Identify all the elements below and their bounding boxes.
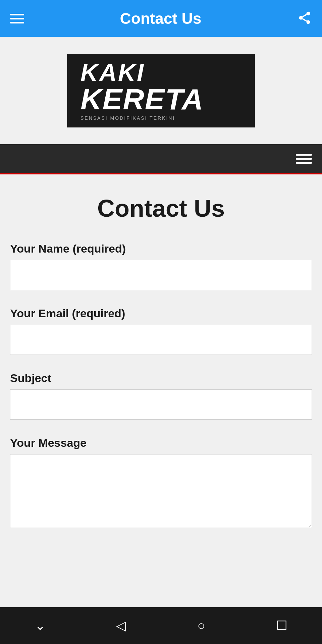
- form-group-email: Your Email (required): [10, 307, 312, 355]
- page-heading: Contact Us: [10, 195, 312, 222]
- app-bar: Contact Us: [0, 0, 322, 37]
- menu-icon[interactable]: [10, 14, 24, 23]
- logo-kaki: KAKI: [80, 60, 145, 85]
- label-subject: Subject: [10, 372, 312, 385]
- svg-point-0: [307, 12, 310, 15]
- logo-kereta: KERETA: [80, 85, 204, 114]
- form-group-message: Your Message: [10, 436, 312, 529]
- share-icon[interactable]: [297, 10, 312, 26]
- nav-bar: [0, 144, 322, 174]
- svg-line-4: [303, 14, 307, 17]
- main-content: Contact Us Your Name (required) Your Ema…: [0, 174, 322, 607]
- bottom-nav-bar: ⌄ ◁ ○ ☐: [0, 607, 322, 644]
- input-message[interactable]: [10, 454, 312, 528]
- svg-line-3: [303, 19, 307, 21]
- logo-tagline: SENSASI MODIFIKASI TERKINI: [80, 115, 175, 121]
- logo-box: KAKI KERETA SENSASI MODIFIKASI TERKINI: [67, 54, 255, 127]
- contact-form: Your Name (required) Your Email (require…: [10, 242, 312, 529]
- label-name: Your Name (required): [10, 242, 312, 255]
- app-bar-title: Contact Us: [24, 9, 297, 28]
- nav-home-icon[interactable]: ○: [190, 614, 213, 637]
- nav-recents-icon[interactable]: ☐: [270, 614, 293, 637]
- label-message: Your Message: [10, 436, 312, 449]
- input-subject[interactable]: [10, 389, 312, 420]
- input-email[interactable]: [10, 325, 312, 355]
- input-name[interactable]: [10, 260, 312, 290]
- label-email: Your Email (required): [10, 307, 312, 320]
- form-group-subject: Subject: [10, 372, 312, 420]
- logo-area: KAKI KERETA SENSASI MODIFIKASI TERKINI: [0, 37, 322, 144]
- svg-point-2: [307, 20, 310, 24]
- nav-chevron-down-icon[interactable]: ⌄: [29, 614, 52, 637]
- nav-back-icon[interactable]: ◁: [109, 614, 132, 637]
- svg-point-1: [299, 16, 303, 20]
- form-group-name: Your Name (required): [10, 242, 312, 290]
- nav-menu-icon[interactable]: [296, 154, 312, 164]
